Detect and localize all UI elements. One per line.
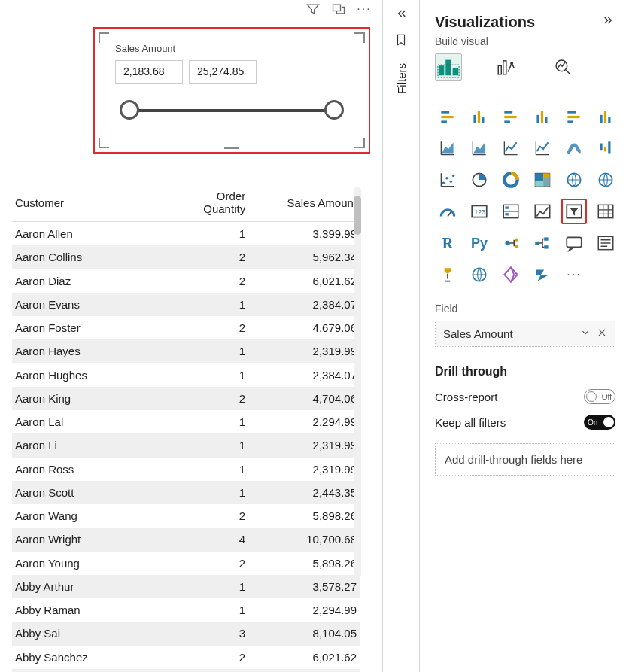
slicer-title: Sales Amount	[115, 43, 348, 54]
slicer-handle-right[interactable]	[324, 100, 344, 120]
table-row[interactable]: Aaron Collins25,962.34	[12, 245, 360, 269]
selection-handle-bl[interactable]	[99, 138, 109, 148]
area-chart-icon[interactable]	[435, 135, 460, 161]
kpi-icon[interactable]	[530, 199, 555, 224]
table-row[interactable]: Aaron Young25,898.26	[12, 552, 360, 575]
slicer-handle-left[interactable]	[120, 100, 139, 120]
table-row[interactable]: Abby Sai38,104.05	[12, 622, 360, 645]
expand-panel-icon[interactable]	[602, 14, 615, 30]
filters-label[interactable]: Filters	[395, 63, 408, 94]
table-row[interactable]: Aaron Foster24,679.06	[12, 316, 360, 339]
table-icon[interactable]	[593, 199, 618, 224]
selection-handle-bottom[interactable]	[224, 147, 239, 149]
table-row[interactable]: Abby Arthur13,578.27	[12, 575, 360, 598]
slicer-icon[interactable]	[561, 199, 587, 224]
filter-icon[interactable]	[305, 2, 321, 17]
table-row[interactable]: Aaron Hayes12,319.99	[12, 339, 360, 363]
table-row[interactable]: Aaron Hughes12,384.07	[12, 363, 360, 387]
slicer-range-slider[interactable]	[120, 91, 344, 129]
selection-handle-br[interactable]	[354, 138, 365, 148]
slicer-visual[interactable]: Sales Amount 2,183.68 25,274.85	[98, 32, 366, 149]
power-apps-icon[interactable]	[498, 262, 524, 287]
collapse-filters-icon[interactable]	[394, 8, 408, 23]
cell-customer: Aaron Wang	[12, 504, 172, 528]
goals-icon[interactable]	[435, 262, 460, 287]
ribbon-chart-icon[interactable]	[561, 135, 587, 161]
bookmark-icon[interactable]	[394, 33, 408, 50]
gauge-icon[interactable]	[435, 199, 460, 224]
cell-qty: 1	[172, 433, 249, 457]
table-row[interactable]: Aaron Li12,319.99	[12, 433, 360, 457]
python-visual-icon[interactable]: Py	[466, 230, 492, 256]
treemap-icon[interactable]	[530, 167, 555, 193]
scrollbar-thumb[interactable]	[354, 196, 361, 235]
table-row[interactable]: Aaron Ross12,319.99	[12, 458, 360, 481]
drill-through-title: Drill through	[435, 365, 615, 379]
table-row[interactable]: Aaron Scott12,443.35	[12, 481, 360, 504]
keep-filters-toggle[interactable]: On	[584, 415, 615, 430]
table-row[interactable]: Aaron Wright410,700.68	[12, 528, 360, 551]
table-row[interactable]: Aaron Wang25,898.26	[12, 504, 360, 528]
slicer-min-input[interactable]: 2,183.68	[115, 60, 183, 84]
line-stacked-column-chart-icon[interactable]	[498, 135, 524, 161]
more-options-icon[interactable]: ···	[357, 2, 372, 17]
cell-customer: Aaron Young	[12, 552, 172, 575]
table-scrollbar[interactable]	[354, 187, 361, 578]
table-row[interactable]: Abby Raman12,294.99	[12, 598, 360, 622]
table-row[interactable]: Aaron King24,704.06	[12, 387, 360, 410]
map-icon[interactable]	[561, 167, 587, 193]
tab-build-visual[interactable]	[435, 53, 462, 81]
smart-narrative-icon[interactable]	[593, 230, 618, 256]
slicer-max-input[interactable]: 25,274.85	[189, 60, 257, 84]
table-row[interactable]: Aaron Evans12,384.07	[12, 293, 360, 316]
cell-qty: 2	[172, 669, 249, 672]
qa-icon[interactable]	[561, 230, 587, 256]
decomposition-tree-icon[interactable]	[530, 230, 555, 256]
selection-handle-tl[interactable]	[99, 32, 109, 43]
filled-map-icon[interactable]	[593, 167, 618, 193]
chevron-down-icon[interactable]	[580, 327, 591, 340]
cell-customer: Abby Sandberg	[12, 669, 172, 672]
col-header-order-qty[interactable]: Order Quantity	[172, 185, 249, 222]
col-header-sales-amt[interactable]: Sales Amount	[248, 185, 360, 222]
table-visual[interactable]: Customer Order Quantity Sales Amount Aar…	[12, 185, 360, 672]
svg-rect-19	[541, 111, 543, 123]
clustered-column-chart-icon[interactable]	[530, 104, 555, 129]
drill-through-dropzone[interactable]: Add drill-through fields here	[435, 443, 615, 476]
waterfall-chart-icon[interactable]	[593, 135, 618, 161]
multi-row-card-icon[interactable]	[498, 199, 524, 224]
col-header-customer[interactable]: Customer	[12, 185, 172, 222]
hundred-stacked-bar-chart-icon[interactable]	[561, 104, 587, 129]
remove-field-icon[interactable]	[597, 327, 607, 340]
table-row[interactable]: Abby Sanchez26,021.62	[12, 646, 360, 669]
stacked-bar-chart-icon[interactable]	[435, 104, 460, 129]
selection-handle-tr[interactable]	[354, 32, 365, 43]
line-clustered-column-chart-icon[interactable]	[530, 135, 555, 161]
r-visual-icon[interactable]: R	[435, 230, 460, 256]
tab-analytics[interactable]	[549, 53, 576, 81]
table-row[interactable]: Aaron Allen13,399.99	[12, 222, 360, 246]
stacked-area-chart-icon[interactable]	[466, 135, 492, 161]
power-automate-icon[interactable]	[530, 262, 555, 287]
cross-report-toggle[interactable]: Off	[584, 389, 615, 404]
key-influencers-icon[interactable]	[498, 230, 524, 256]
hundred-stacked-column-chart-icon[interactable]	[593, 104, 618, 129]
card-icon[interactable]: 123	[466, 199, 492, 224]
scatter-chart-icon[interactable]	[435, 167, 460, 193]
table-row[interactable]: Abby Sandberg25,898.26	[12, 669, 360, 672]
donut-chart-icon[interactable]	[498, 167, 524, 193]
stacked-column-chart-icon[interactable]	[466, 104, 492, 129]
arcgis-icon[interactable]	[466, 262, 492, 287]
svg-rect-47	[505, 207, 508, 209]
tab-format-visual[interactable]	[492, 53, 519, 81]
svg-rect-1	[439, 65, 445, 75]
table-row[interactable]: Aaron Diaz26,021.62	[12, 269, 360, 293]
clustered-bar-chart-icon[interactable]	[498, 104, 524, 129]
svg-point-33	[452, 175, 454, 177]
pie-chart-icon[interactable]	[466, 167, 492, 193]
svg-rect-27	[600, 144, 602, 151]
focus-mode-icon[interactable]	[331, 2, 346, 17]
field-well-sales-amount[interactable]: Sales Amount	[435, 321, 615, 347]
more-visuals-icon[interactable]: ···	[561, 262, 587, 287]
table-row[interactable]: Aaron Lal12,294.99	[12, 410, 360, 433]
